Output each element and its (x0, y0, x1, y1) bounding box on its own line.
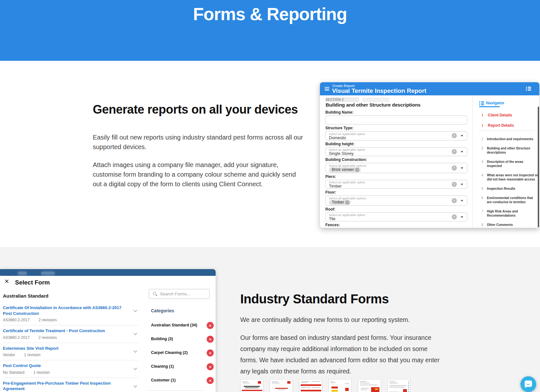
section-label: Inspection Results (487, 187, 538, 191)
chip-label: Timber (332, 200, 344, 204)
chevron-down-icon[interactable] (133, 384, 137, 387)
clear-field-icon[interactable]: × (452, 165, 457, 171)
navigator-sections: 1 Introduction and requirements 2 Buildi… (473, 137, 538, 228)
alert-label: Client Details (488, 113, 512, 118)
form-link[interactable]: Certificate of Termite Treatment - Post … (3, 328, 126, 334)
form-standard: Vendor (3, 353, 15, 357)
field-placeholder: Select an applicable option (329, 213, 449, 217)
category-label: Australian Standard (34) (151, 323, 197, 327)
dropdown-caret-icon[interactable] (461, 216, 463, 218)
categories-column: Categories Australian Standard (34) × Bu… (146, 289, 216, 392)
dropdown-caret-icon[interactable] (461, 135, 463, 137)
remove-category-button[interactable]: × (207, 322, 214, 329)
remove-category-button[interactable]: × (207, 363, 214, 370)
alert-icon: ! (482, 123, 488, 128)
form-meta: Vendor1 revision (3, 353, 126, 357)
close-icon[interactable]: × (4, 277, 9, 285)
remove-category-button[interactable]: × (207, 377, 214, 384)
navigator-section-item[interactable]: 4 What areas were not inspected or did n… (473, 173, 538, 181)
navigator-section-item[interactable]: 1 Introduction and requirements (473, 137, 538, 141)
report-fields: Building Name: Structure Type: Select an… (325, 110, 467, 228)
field-input[interactable]: Select all applicable options Brick vene… (325, 163, 467, 173)
chat-launcher-button[interactable] (520, 376, 536, 392)
field-label: Structure Type: (325, 126, 467, 130)
scrollbar[interactable] (538, 107, 539, 228)
form-list-item[interactable]: Certificate Of Installation in Accordanc… (3, 302, 139, 325)
navigator-section-item[interactable]: 3 Description of the areas inspected (473, 160, 538, 168)
navigator-toggle-icon[interactable] (526, 87, 531, 91)
remove-chip-icon[interactable]: × (355, 168, 359, 172)
field-input[interactable] (325, 116, 467, 124)
form-link[interactable]: Pre-Engagement Pre-Purchase Timber Pest … (3, 380, 126, 392)
form-link[interactable]: Pest Control Quote (3, 363, 126, 369)
remove-category-button[interactable]: × (207, 349, 214, 356)
category-label: Building (3) (151, 337, 173, 341)
dropdown-caret-icon[interactable] (461, 151, 463, 153)
chevron-down-icon[interactable] (133, 366, 137, 370)
form-link[interactable]: Certificate Of Installation in Accordanc… (3, 305, 126, 316)
navigator-section-item[interactable]: 8 Other Comments (473, 223, 538, 227)
form-list-item[interactable]: Certificate of Termite Treatment - Post … (3, 325, 139, 343)
form-group-heading: Australian Standard (3, 293, 139, 299)
generate-reports-section: Generate reports on all your devices Eas… (93, 101, 304, 197)
page-title: Forms & Reporting (0, 0, 540, 24)
field-input[interactable]: Select an applicable option Timber × (325, 180, 467, 189)
section-number: 7 (481, 209, 487, 218)
section-label: Introduction and requirements (487, 137, 538, 141)
section-number: 5 (481, 187, 487, 191)
divider (149, 390, 203, 391)
field-input[interactable]: Select an applicable option Domestic × (325, 131, 467, 140)
remove-chip-icon[interactable]: × (345, 200, 349, 204)
field-placeholder: Select all applicable options (329, 164, 449, 167)
form-list-item[interactable]: Exterminex Site Visit Report Vendor1 rev… (3, 343, 139, 361)
dropdown-caret-icon[interactable] (461, 200, 463, 202)
navigator-section-item[interactable]: 2 Building and other Structure descripti… (473, 146, 538, 155)
section-number: 6 (481, 196, 487, 204)
menu-icon[interactable] (325, 87, 329, 92)
category-label: Carpet Cleaning (2) (151, 350, 188, 355)
field-input[interactable]: Select all applicable options Timber× × (325, 196, 467, 206)
field-value: Tile (329, 217, 449, 221)
remove-category-button[interactable]: × (207, 336, 214, 343)
field-input[interactable]: Select an applicable option Single Store… (325, 147, 467, 156)
clear-field-icon[interactable]: × (452, 133, 457, 138)
field-placeholder: Select all applicable options (329, 197, 449, 200)
blurred-text (362, 98, 389, 102)
clear-field-icon[interactable]: × (452, 149, 457, 154)
field-label: Roof: (325, 207, 467, 212)
dropdown-caret-icon[interactable] (461, 167, 463, 169)
tab-navigator[interactable]: Navigator (486, 101, 504, 105)
navigator-section-item[interactable]: 6 Environmental conditions that are cond… (473, 196, 538, 204)
clear-field-icon[interactable]: × (452, 214, 457, 220)
navigator-pane: Navigator ! Client Details ! Report Deta… (472, 95, 539, 228)
field-value: Domestic (329, 136, 449, 140)
clear-field-icon[interactable]: × (452, 182, 457, 187)
section-number: 1 (481, 137, 487, 141)
modal-top-bar (0, 269, 216, 276)
form-revisions: 2 revisions (38, 318, 57, 322)
form-thumbnail (358, 379, 381, 392)
clear-field-icon[interactable]: × (452, 198, 457, 203)
category-label: Cleaning (1) (151, 364, 174, 369)
form-standard: No Standard (3, 370, 24, 375)
navigator-section-item[interactable]: 5 Inspection Results (473, 187, 538, 191)
chevron-down-icon[interactable] (133, 331, 137, 335)
form-link[interactable]: Exterminex Site Visit Report (3, 346, 126, 351)
section-heading: Generate reports on all your devices (93, 101, 304, 118)
search-input[interactable] (160, 289, 208, 299)
chevron-down-icon[interactable] (133, 349, 137, 352)
form-section-title: Building and other Structure description… (326, 102, 421, 108)
chip-label: Brick veneer (332, 168, 354, 172)
form-list-item[interactable]: Pest Control Quote No Standard1 revision (3, 360, 139, 378)
form-list-item[interactable]: Pre-Engagement Pre-Purchase Timber Pest … (3, 378, 139, 392)
chevron-down-icon[interactable] (133, 308, 137, 312)
category-row: Carpet Cleaning (2) × (146, 349, 216, 357)
field-input[interactable]: Select an applicable option Tile × (325, 212, 467, 222)
section-label: Description of the areas inspected (487, 160, 538, 168)
navigator-section-item[interactable]: 7 High Risk Areas and Recommendations (473, 209, 538, 218)
industry-heading: Industry Standard Forms (240, 292, 389, 306)
navigator-alert-item[interactable]: ! Client Details (473, 113, 539, 118)
form-standard: AS3660.2-2017 (3, 318, 29, 322)
navigator-alert-item[interactable]: ! Report Details (473, 123, 539, 128)
dropdown-caret-icon[interactable] (461, 184, 463, 185)
